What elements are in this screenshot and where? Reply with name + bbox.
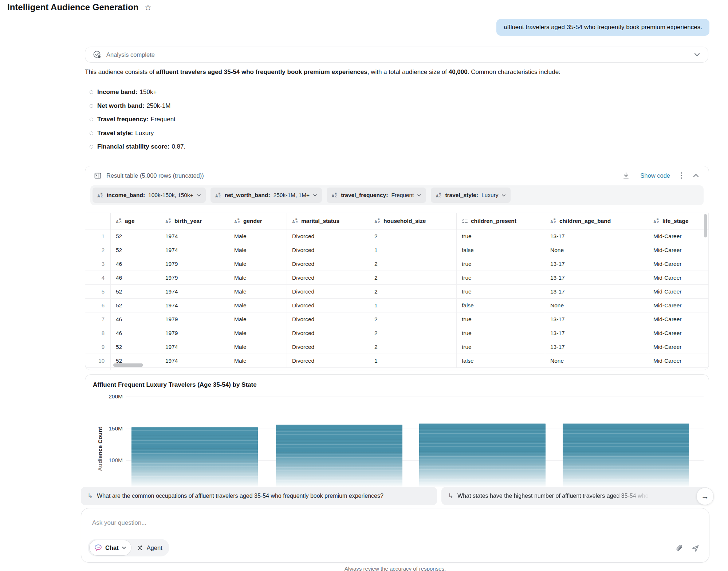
table-cell: Male [229, 326, 287, 340]
question-composer: Ask your question... Chat [81, 508, 709, 563]
table-cell: 13-17 [545, 229, 648, 243]
table-cell: 1 [85, 229, 111, 243]
chart-gridline [126, 397, 704, 397]
column-header-children_present[interactable]: children_present [457, 213, 545, 229]
filter-chip-travel_frequency[interactable]: ABCtravel_frequency:Frequent [327, 188, 426, 203]
column-header-gender[interactable]: ABCgender [229, 213, 287, 229]
characteristic-label: Travel frequency: [97, 116, 149, 123]
send-icon[interactable] [691, 544, 700, 553]
table-cell: Mid-Career [648, 285, 709, 298]
agent-mode-button[interactable]: Agent [131, 544, 168, 551]
table-cell: Male [229, 271, 287, 284]
table-row: 9521974MaleDivorced2true13-17Mid-Career [85, 340, 709, 354]
table-cell: 13-17 [545, 285, 648, 298]
table-cell: Divorced [287, 312, 369, 326]
characteristic-value: 250k-1M [146, 102, 170, 110]
table-cell: false [457, 354, 545, 367]
vertical-scrollbar[interactable] [704, 214, 707, 237]
accuracy-disclaimer: Always review the accuracy of responses. [81, 566, 709, 571]
table-row: 3461979MaleDivorced2true13-17Mid-Career [85, 257, 709, 271]
table-cell: 1974 [160, 354, 229, 367]
chevron-down-icon [417, 194, 421, 197]
table-cell: 1 [369, 354, 457, 367]
table-cell: 7 [85, 312, 111, 326]
table-cell: Mid-Career [648, 299, 709, 312]
table-row: 11 [85, 368, 709, 370]
table-cell: Male [229, 257, 287, 271]
table-cell: true [457, 229, 545, 243]
suggested-question-1[interactable]: ↳What are the common occupations of affl… [81, 487, 437, 505]
table-cell: 52 [111, 340, 160, 354]
chat-mode-button[interactable]: Chat [89, 540, 131, 556]
text-type-icon: ABC [215, 192, 221, 198]
summary-audience: affluent travelers aged 35-54 who freque… [156, 68, 367, 75]
table-cell: 13-17 [545, 312, 648, 326]
table-cell: true [457, 271, 545, 284]
table-cell: 10 [85, 354, 111, 367]
table-cell: true [457, 326, 545, 340]
column-header-birth_year[interactable]: ABCbirth_year [160, 213, 229, 229]
column-header-life_stage[interactable]: ABClife_stage [648, 213, 709, 229]
table-cell: 52 [111, 285, 160, 298]
characteristic-item: Travel frequency:Frequent [90, 116, 672, 123]
chat-mode-label: Chat [105, 544, 119, 551]
table-cell: Mid-Career [648, 354, 709, 367]
column-header-age[interactable]: ABCage [111, 213, 160, 229]
characteristic-item: Travel style:Luxury [90, 130, 672, 137]
table-cell: Divorced [287, 299, 369, 312]
table-cell: Male [229, 243, 287, 257]
suggested-question-2[interactable]: ↳What states have the highest number of … [441, 487, 709, 505]
table-cell: 1979 [160, 326, 229, 340]
filter-chip-net_worth_band[interactable]: ABCnet_worth_band:250k-1M, 1M+ [210, 188, 322, 203]
analysis-status-bar[interactable]: Analysis complete [85, 47, 708, 63]
table-cell: 2 [369, 312, 457, 326]
page-title: Intelligent Audience Generation ☆ [7, 2, 151, 12]
result-table-icon [94, 172, 102, 180]
characteristic-value: Luxury [135, 130, 154, 137]
column-name: children_present [471, 218, 516, 224]
table-cell: Divorced [287, 326, 369, 340]
table-cell: Mid-Career [648, 257, 709, 271]
show-code-button[interactable]: Show code [640, 172, 670, 179]
table-cell: 5 [85, 285, 111, 298]
analysis-complete-icon [93, 50, 102, 59]
question-input[interactable]: Ask your question... [92, 519, 146, 527]
column-header-marital_status[interactable]: ABCmarital_status [287, 213, 369, 229]
column-name: birth_year [174, 218, 202, 224]
chart-y-tick: 150M [93, 425, 123, 432]
characteristic-item: Financial stability score:0.87. [90, 143, 672, 150]
table-cell: 1974 [160, 243, 229, 257]
kebab-menu-icon[interactable] [680, 172, 682, 180]
table-cell: Divorced [287, 257, 369, 271]
column-header-children_age_band[interactable]: ABCchildren_age_band [545, 213, 648, 229]
analysis-status-text: Analysis complete [106, 51, 155, 58]
column-name: age [125, 218, 135, 224]
collapse-chevron-up-icon[interactable] [693, 173, 699, 178]
attachment-paperclip-icon[interactable] [675, 544, 684, 553]
table-cell: 6 [85, 299, 111, 312]
bullet-marker [90, 118, 93, 121]
bullet-marker [90, 90, 93, 94]
table-cell: 2 [85, 243, 111, 257]
suggestions-scroll-arrow-button[interactable]: → [696, 488, 714, 505]
column-name: children_age_band [559, 218, 611, 224]
table-cell: false [457, 243, 545, 257]
column-header-household_size[interactable]: ABChousehold_size [369, 213, 457, 229]
chevron-down-icon [501, 194, 506, 197]
suggested-question-text: What are the common occupations of afflu… [97, 493, 383, 499]
filter-chip-travel_style[interactable]: ABCtravel_style:Luxury [431, 188, 511, 203]
table-cell: 1 [369, 243, 457, 257]
table-row: 4461979MaleDivorced2true13-17Mid-Career [85, 271, 709, 285]
audience-summary: This audience consists of affluent trave… [85, 68, 708, 77]
table-row: 10521974MaleDivorced1falseNoneMid-Career [85, 354, 709, 368]
horizontal-scrollbar[interactable] [113, 363, 143, 367]
chart-title: Affluent Frequent Luxury Travelers (Age … [93, 381, 257, 389]
table-cell: 3 [85, 257, 111, 271]
chevron-down-icon[interactable] [694, 52, 700, 57]
table-cell: Mid-Career [648, 340, 709, 354]
table-cell: 46 [111, 326, 160, 340]
filter-chip-income_band[interactable]: ABCincome_band:100k-150k, 150k+ [93, 188, 206, 203]
download-icon[interactable] [622, 172, 630, 180]
filter-bar: ABCincome_band:100k-150k, 150k+ABCnet_wo… [90, 185, 704, 205]
star-icon[interactable]: ☆ [145, 4, 152, 12]
